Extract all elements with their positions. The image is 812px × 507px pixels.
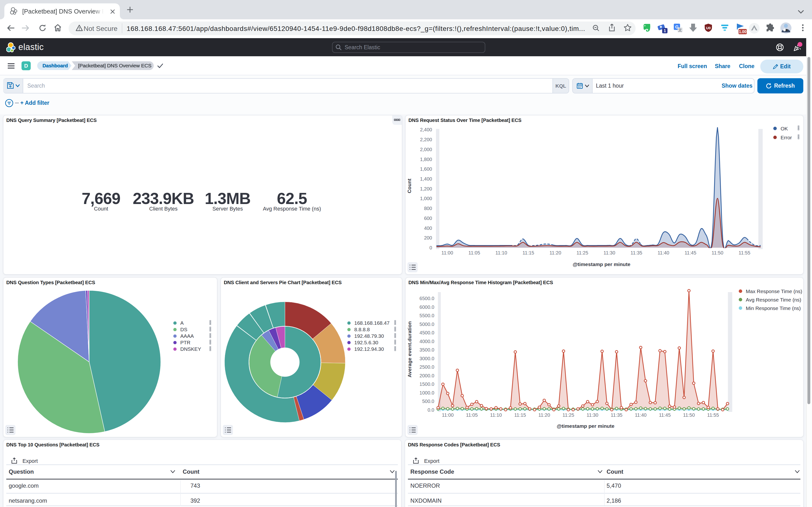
svg-text:11:30: 11:30 [587,412,598,418]
svg-text:400: 400 [424,225,432,231]
svg-text:11:35: 11:35 [630,250,642,256]
svg-text:11:40: 11:40 [635,412,647,418]
svg-text:192.48.79.30: 192.48.79.30 [354,333,384,339]
svg-text:1500.0: 1500.0 [419,382,434,387]
svg-text:192.12.94.30: 192.12.94.30 [354,346,384,352]
svg-text:11:40: 11:40 [658,250,669,256]
svg-text:6500.0: 6500.0 [419,296,434,301]
svg-text:11:10: 11:10 [495,250,507,256]
svg-text:DNSKEY: DNSKEY [180,346,201,352]
svg-text:800: 800 [424,206,432,211]
svg-text:11:15: 11:15 [522,250,534,256]
svg-text:2,000: 2,000 [420,147,432,152]
svg-text:Average event.duration: Average event.duration [407,321,412,378]
svg-text:11:35: 11:35 [611,412,622,418]
svg-text:11:50: 11:50 [712,250,723,256]
svg-text:0.0: 0.0 [427,407,434,412]
svg-text:1,800: 1,800 [420,157,432,162]
svg-text:168.168.168.47: 168.168.168.47 [354,320,390,326]
svg-text:11:00: 11:00 [442,412,454,418]
svg-text:11:25: 11:25 [576,250,589,256]
svg-text:Avg Response Time (ns): Avg Response Time (ns) [746,297,801,302]
svg-text:PTR: PTR [180,340,191,345]
svg-text:8.8.8.8: 8.8.8.8 [354,327,370,332]
svg-text:5000.0: 5000.0 [419,322,434,327]
svg-text:A: A [180,320,184,326]
svg-text:11:55: 11:55 [707,412,719,418]
svg-text:DS: DS [180,327,187,332]
svg-text:11:55: 11:55 [739,250,750,256]
svg-text:2,200: 2,200 [420,137,432,142]
svg-text:文: 文 [678,28,682,32]
svg-text:@timestamp per minute: @timestamp per minute [557,423,615,429]
svg-text:Min Response Time (ns): Min Response Time (ns) [746,305,801,311]
svg-text:500.0: 500.0 [422,399,434,404]
svg-text:0: 0 [429,245,432,250]
svg-text:192.5.6.30: 192.5.6.30 [354,340,378,345]
svg-text:AAAA: AAAA [180,333,194,339]
svg-text:600: 600 [424,216,432,221]
svg-text:Count: Count [406,179,412,193]
svg-text:2000.0: 2000.0 [419,373,434,378]
svg-text:11:45: 11:45 [684,250,697,256]
svg-text:4000.0: 4000.0 [419,339,434,344]
svg-text:1.00: 1.00 [739,30,746,34]
svg-text:1,600: 1,600 [420,166,432,172]
svg-text:11:00: 11:00 [442,250,453,256]
svg-text:Max Response Time (ns): Max Response Time (ns) [746,288,802,294]
svg-text:11:30: 11:30 [603,250,615,256]
svg-text:11:20: 11:20 [550,250,561,256]
svg-text:200: 200 [424,235,432,240]
svg-text:3500.0: 3500.0 [419,347,434,352]
svg-text:11:50: 11:50 [683,412,695,418]
svg-text:11:20: 11:20 [539,412,550,418]
svg-text:2,400: 2,400 [420,127,432,132]
svg-text:6000.0: 6000.0 [419,304,434,310]
svg-text:11:05: 11:05 [468,250,480,256]
svg-text:11:25: 11:25 [563,412,574,418]
svg-text:@timestamp per minute: @timestamp per minute [573,262,630,267]
svg-text:2500.0: 2500.0 [419,364,434,370]
svg-text:1: 1 [664,29,666,33]
svg-text:11:10: 11:10 [490,412,502,418]
svg-text:11:45: 11:45 [659,412,671,418]
svg-text:3000.0: 3000.0 [419,356,434,361]
svg-text:1,200: 1,200 [420,186,432,191]
svg-text:11:15: 11:15 [514,412,526,418]
svg-text:1,000: 1,000 [420,196,432,201]
svg-text:Error: Error [780,135,792,140]
svg-text:OK: OK [780,126,788,131]
svg-text:5500.0: 5500.0 [419,313,434,318]
svg-text:4500.0: 4500.0 [419,330,434,335]
svg-text:1000.0: 1000.0 [419,390,434,395]
svg-text:1,400: 1,400 [420,176,432,181]
svg-text:U0: U0 [706,26,711,30]
svg-text:11:05: 11:05 [466,412,478,418]
